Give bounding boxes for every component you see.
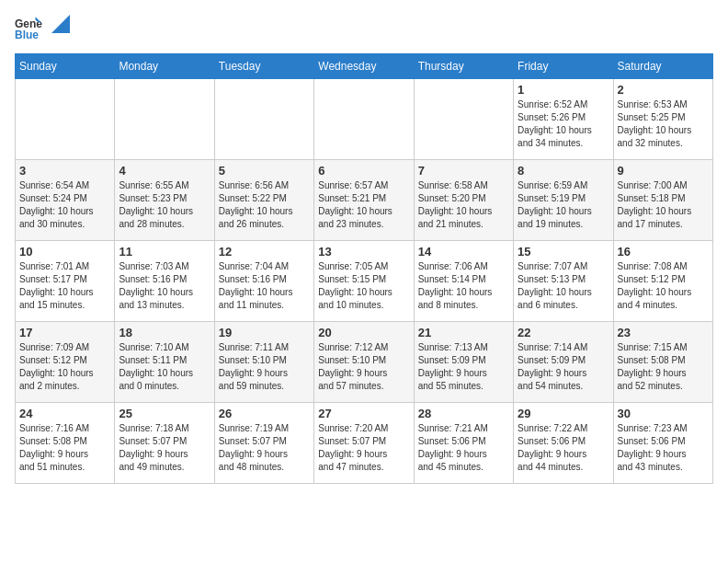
calendar-cell: 24Sunrise: 7:16 AM Sunset: 5:08 PM Dayli…: [16, 403, 115, 484]
calendar-cell: 7Sunrise: 6:58 AM Sunset: 5:20 PM Daylig…: [414, 160, 513, 241]
day-number: 30: [618, 407, 709, 420]
calendar-cell: 6Sunrise: 6:57 AM Sunset: 5:21 PM Daylig…: [314, 160, 414, 241]
calendar-cell: 22Sunrise: 7:14 AM Sunset: 5:09 PM Dayli…: [514, 322, 613, 403]
calendar-cell: 28Sunrise: 7:21 AM Sunset: 5:06 PM Dayli…: [414, 403, 513, 484]
day-number: 26: [219, 407, 310, 420]
weekday-header-sunday: Sunday: [16, 54, 115, 79]
day-number: 20: [318, 326, 409, 339]
calendar-table: SundayMondayTuesdayWednesdayThursdayFrid…: [15, 53, 713, 484]
day-info: Sunrise: 7:06 AM Sunset: 5:14 PM Dayligh…: [418, 260, 509, 312]
weekday-header-wednesday: Wednesday: [314, 54, 414, 79]
calendar-cell: 17Sunrise: 7:09 AM Sunset: 5:12 PM Dayli…: [16, 322, 115, 403]
day-number: 5: [219, 164, 310, 178]
calendar-cell: 18Sunrise: 7:10 AM Sunset: 5:11 PM Dayli…: [115, 322, 214, 403]
calendar-cell: [115, 79, 214, 160]
calendar-cell: 30Sunrise: 7:23 AM Sunset: 5:06 PM Dayli…: [613, 403, 712, 484]
svg-text:Blue: Blue: [15, 29, 39, 41]
day-info: Sunrise: 7:22 AM Sunset: 5:06 PM Dayligh…: [518, 422, 609, 474]
day-info: Sunrise: 7:04 AM Sunset: 5:16 PM Dayligh…: [219, 260, 310, 312]
page-header: General Blue: [15, 15, 713, 42]
day-info: Sunrise: 6:53 AM Sunset: 5:25 PM Dayligh…: [618, 98, 709, 150]
day-number: 17: [19, 326, 110, 339]
calendar-cell: 10Sunrise: 7:01 AM Sunset: 5:17 PM Dayli…: [16, 241, 115, 322]
day-number: 7: [418, 164, 509, 178]
calendar-cell: 14Sunrise: 7:06 AM Sunset: 5:14 PM Dayli…: [414, 241, 513, 322]
day-number: 13: [318, 245, 409, 259]
day-number: 14: [418, 245, 509, 259]
day-info: Sunrise: 7:11 AM Sunset: 5:10 PM Dayligh…: [219, 341, 310, 393]
calendar-cell: 21Sunrise: 7:13 AM Sunset: 5:09 PM Dayli…: [414, 322, 513, 403]
calendar-cell: 1Sunrise: 6:52 AM Sunset: 5:26 PM Daylig…: [514, 79, 613, 160]
day-info: Sunrise: 7:23 AM Sunset: 5:06 PM Dayligh…: [618, 422, 709, 474]
day-info: Sunrise: 6:52 AM Sunset: 5:26 PM Dayligh…: [518, 98, 609, 150]
calendar-cell: 26Sunrise: 7:19 AM Sunset: 5:07 PM Dayli…: [214, 403, 313, 484]
calendar-cell: 15Sunrise: 7:07 AM Sunset: 5:13 PM Dayli…: [514, 241, 613, 322]
day-info: Sunrise: 7:13 AM Sunset: 5:09 PM Dayligh…: [418, 341, 509, 393]
day-number: 12: [219, 245, 310, 259]
day-info: Sunrise: 7:12 AM Sunset: 5:10 PM Dayligh…: [318, 341, 409, 393]
day-info: Sunrise: 7:09 AM Sunset: 5:12 PM Dayligh…: [19, 341, 110, 393]
day-number: 21: [418, 326, 509, 339]
calendar-cell: 23Sunrise: 7:15 AM Sunset: 5:08 PM Dayli…: [613, 322, 712, 403]
calendar-cell: [314, 79, 414, 160]
calendar-cell: 8Sunrise: 6:59 AM Sunset: 5:19 PM Daylig…: [514, 160, 613, 241]
calendar-week-5: 24Sunrise: 7:16 AM Sunset: 5:08 PM Dayli…: [16, 403, 713, 484]
calendar-cell: [16, 79, 115, 160]
day-info: Sunrise: 7:15 AM Sunset: 5:08 PM Dayligh…: [618, 341, 709, 393]
day-number: 28: [418, 407, 509, 420]
day-info: Sunrise: 7:03 AM Sunset: 5:16 PM Dayligh…: [119, 260, 210, 312]
calendar-cell: 2Sunrise: 6:53 AM Sunset: 5:25 PM Daylig…: [613, 79, 712, 160]
calendar-cell: 11Sunrise: 7:03 AM Sunset: 5:16 PM Dayli…: [115, 241, 214, 322]
logo-icon: General Blue: [15, 15, 42, 42]
day-info: Sunrise: 7:20 AM Sunset: 5:07 PM Dayligh…: [318, 422, 409, 474]
day-info: Sunrise: 7:14 AM Sunset: 5:09 PM Dayligh…: [518, 341, 609, 393]
calendar-week-3: 10Sunrise: 7:01 AM Sunset: 5:17 PM Dayli…: [16, 241, 713, 322]
day-number: 22: [518, 326, 609, 339]
weekday-header-monday: Monday: [115, 54, 214, 79]
day-number: 16: [618, 245, 709, 259]
day-info: Sunrise: 6:56 AM Sunset: 5:22 PM Dayligh…: [219, 179, 310, 231]
logo-triangle-icon: [51, 15, 70, 33]
calendar-cell: 9Sunrise: 7:00 AM Sunset: 5:18 PM Daylig…: [613, 160, 712, 241]
svg-marker-3: [51, 15, 70, 33]
calendar-cell: 3Sunrise: 6:54 AM Sunset: 5:24 PM Daylig…: [16, 160, 115, 241]
day-info: Sunrise: 6:55 AM Sunset: 5:23 PM Dayligh…: [119, 179, 210, 231]
day-info: Sunrise: 6:58 AM Sunset: 5:20 PM Dayligh…: [418, 179, 509, 231]
calendar-cell: 4Sunrise: 6:55 AM Sunset: 5:23 PM Daylig…: [115, 160, 214, 241]
day-number: 29: [518, 407, 609, 420]
day-number: 19: [219, 326, 310, 339]
day-number: 25: [119, 407, 210, 420]
weekday-header-thursday: Thursday: [414, 54, 513, 79]
weekday-header-friday: Friday: [514, 54, 613, 79]
day-number: 6: [318, 164, 409, 178]
day-info: Sunrise: 7:18 AM Sunset: 5:07 PM Dayligh…: [119, 422, 210, 474]
day-info: Sunrise: 7:05 AM Sunset: 5:15 PM Dayligh…: [318, 260, 409, 312]
calendar-cell: 29Sunrise: 7:22 AM Sunset: 5:06 PM Dayli…: [514, 403, 613, 484]
day-number: 10: [19, 245, 110, 259]
day-info: Sunrise: 6:57 AM Sunset: 5:21 PM Dayligh…: [318, 179, 409, 231]
calendar-cell: 19Sunrise: 7:11 AM Sunset: 5:10 PM Dayli…: [214, 322, 313, 403]
day-number: 1: [518, 83, 609, 97]
day-number: 9: [618, 164, 709, 178]
calendar-cell: 5Sunrise: 6:56 AM Sunset: 5:22 PM Daylig…: [214, 160, 313, 241]
day-info: Sunrise: 6:59 AM Sunset: 5:19 PM Dayligh…: [518, 179, 609, 231]
day-number: 15: [518, 245, 609, 259]
calendar-cell: 13Sunrise: 7:05 AM Sunset: 5:15 PM Dayli…: [314, 241, 414, 322]
calendar-cell: [214, 79, 313, 160]
day-number: 3: [19, 164, 110, 178]
day-number: 4: [119, 164, 210, 178]
day-info: Sunrise: 7:00 AM Sunset: 5:18 PM Dayligh…: [618, 179, 709, 231]
day-number: 27: [318, 407, 409, 420]
day-info: Sunrise: 7:16 AM Sunset: 5:08 PM Dayligh…: [19, 422, 110, 474]
day-info: Sunrise: 6:54 AM Sunset: 5:24 PM Dayligh…: [19, 179, 110, 231]
calendar-cell: 25Sunrise: 7:18 AM Sunset: 5:07 PM Dayli…: [115, 403, 214, 484]
day-number: 8: [518, 164, 609, 178]
day-info: Sunrise: 7:08 AM Sunset: 5:12 PM Dayligh…: [618, 260, 709, 312]
calendar-week-2: 3Sunrise: 6:54 AM Sunset: 5:24 PM Daylig…: [16, 160, 713, 241]
calendar-week-4: 17Sunrise: 7:09 AM Sunset: 5:12 PM Dayli…: [16, 322, 713, 403]
calendar-cell: 12Sunrise: 7:04 AM Sunset: 5:16 PM Dayli…: [214, 241, 313, 322]
day-info: Sunrise: 7:01 AM Sunset: 5:17 PM Dayligh…: [19, 260, 110, 312]
calendar-week-1: 1Sunrise: 6:52 AM Sunset: 5:26 PM Daylig…: [16, 79, 713, 160]
logo: General Blue: [15, 15, 70, 42]
calendar-cell: 27Sunrise: 7:20 AM Sunset: 5:07 PM Dayli…: [314, 403, 414, 484]
